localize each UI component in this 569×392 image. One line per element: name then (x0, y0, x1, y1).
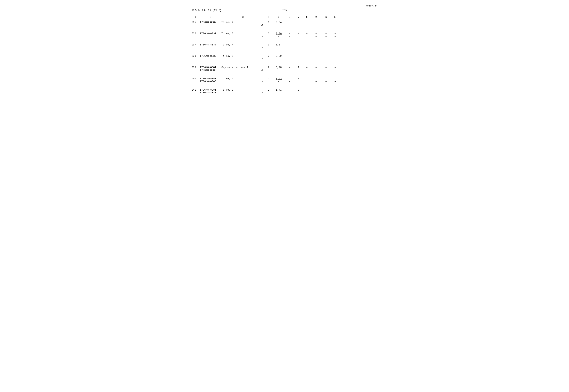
table-row: I39 I70648-808I I70648-8088 Ступки и пес… (192, 65, 377, 75)
cell-col11: – – (331, 43, 339, 49)
cell-col6: – – (284, 66, 295, 72)
cell-col11: – – (331, 89, 339, 94)
cell-col11: – – (331, 55, 339, 60)
cell-desc: То же, 3 шт (221, 89, 265, 94)
header-left: 90I-3- 244.88 (IX.2) (192, 9, 254, 12)
table-row: I37 I70648-8037 То же, 4 шт 3 0,07 – – –… (192, 43, 377, 52)
cell-id: I36 (192, 32, 200, 35)
cell-qty: 2 (265, 66, 273, 69)
cell-col8: – (303, 21, 311, 24)
cell-id: I35 (192, 21, 200, 24)
cell-col9: – – (311, 66, 321, 72)
cell-col8: – (303, 43, 311, 46)
cell-price: 0,07 – (273, 43, 284, 49)
table-body: I35 I70648-8037 То же, 2 шт 3 0,04 – – –… (192, 20, 377, 99)
cell-col7: I (295, 66, 303, 69)
cell-qty: 3 (265, 21, 273, 24)
cell-col9: – – (311, 21, 321, 27)
cell-col6: – – (284, 32, 295, 38)
col-header-1: I (192, 16, 200, 18)
cell-id: I38 (192, 55, 200, 57)
cell-code: I70648-8037 (200, 32, 221, 35)
cell-id: I40 (192, 77, 200, 80)
cell-col9: – – (311, 32, 321, 38)
table-row: I35 I70648-8037 То же, 2 шт 3 0,04 – – –… (192, 20, 377, 29)
column-headers: I 2 3 4 5 6 7 8 9 IO II (192, 15, 377, 19)
cell-id: I4I (192, 89, 200, 91)
cell-id: I37 (192, 43, 200, 46)
col-header-11: II (331, 16, 339, 18)
cell-col8: – (303, 66, 311, 69)
cell-price: 0,04 – (273, 21, 284, 27)
cell-col8: – (303, 55, 311, 57)
cell-desc: То же, 5 шт (221, 55, 265, 60)
cell-col9: – – (311, 77, 321, 83)
cell-col6: – – (284, 43, 295, 49)
document-id: 23107-11 (192, 5, 377, 8)
col-header-9: 9 (311, 16, 321, 18)
cell-price: 0,43 – (273, 77, 284, 83)
cell-qty: 2 (265, 77, 273, 80)
cell-col6: – – (284, 55, 295, 60)
cell-code: I70648-808I I70648-8088 (200, 77, 221, 83)
cell-col10: – – (321, 77, 331, 83)
cell-desc: То же, 2 шт (221, 21, 265, 26)
cell-col7: 3 (295, 89, 303, 91)
header: 90I-3- 244.88 (IX.2) 249 (192, 9, 377, 12)
cell-desc: То же, 3 шт (221, 32, 265, 38)
cell-col8: – (303, 77, 311, 80)
cell-col9: – – (311, 43, 321, 49)
cell-col6: – – (284, 89, 295, 94)
cell-code: I70648-8037 (200, 43, 221, 46)
cell-price: I,4I – (273, 89, 284, 94)
cell-col10: – – (321, 89, 331, 94)
cell-price: 0,06 – (273, 32, 284, 38)
cell-col6: – – (284, 77, 295, 83)
col-header-2: 2 (200, 16, 221, 18)
col-header-6: 6 (284, 16, 295, 18)
table-row: I38 I70648-8037 То же, 5 шт 3 0,09 – – –… (192, 54, 377, 63)
col-header-5: 5 (273, 16, 284, 18)
cell-code: I70648-8037 (200, 55, 221, 57)
cell-qty: 2 (265, 89, 273, 91)
col-header-8: 8 (303, 16, 311, 18)
col-header-7: 7 (295, 16, 303, 18)
cell-col6: – – (284, 21, 295, 27)
cell-desc: То же, 2 шт (221, 77, 265, 83)
cell-qty: 3 (265, 55, 273, 57)
cell-col7: – (295, 21, 303, 24)
cell-price: 0,09 – (273, 55, 284, 60)
cell-col10: – – (321, 32, 331, 38)
cell-id: I39 (192, 66, 200, 69)
cell-price: 0,28 – (273, 66, 284, 72)
cell-col8: – (303, 89, 311, 91)
table-row: I4I I70648-808I I70648-8088 То же, 3 шт … (192, 88, 377, 97)
cell-col7: I (295, 77, 303, 80)
col-header-10: IO (321, 16, 331, 18)
cell-col7: – (295, 43, 303, 46)
table-row: I36 I70648-8037 То же, 3 шт 3 0,06 – – –… (192, 31, 377, 41)
cell-desc: Ступки и пестики I шт (221, 66, 265, 71)
cell-col10: – – (321, 55, 331, 60)
cell-code: I70648-808I I70648-8088 (200, 89, 221, 94)
cell-col11: – – (331, 66, 339, 72)
table-row: I40 I70648-808I I70648-8088 То же, 2 шт … (192, 77, 377, 86)
cell-col7: – (295, 55, 303, 57)
cell-col7: – (295, 32, 303, 35)
cell-col9: – – (311, 55, 321, 60)
col-header-4: 4 (265, 16, 273, 18)
col-header-3: 3 (221, 16, 265, 18)
cell-code: I70648-808I I70648-8088 (200, 66, 221, 72)
cell-col11: – – (331, 32, 339, 38)
cell-col10: – – (321, 43, 331, 49)
cell-col8: – (303, 32, 311, 35)
cell-code: I70648-8037 (200, 21, 221, 24)
cell-col9: – – (311, 89, 321, 94)
header-center: 249 (254, 9, 315, 12)
cell-qty: 3 (265, 32, 273, 35)
cell-desc: То же, 4 шт (221, 43, 265, 49)
cell-qty: 3 (265, 43, 273, 46)
cell-col10: – – (321, 66, 331, 72)
cell-col11: – – (331, 21, 339, 27)
cell-col10: – – (321, 21, 331, 27)
